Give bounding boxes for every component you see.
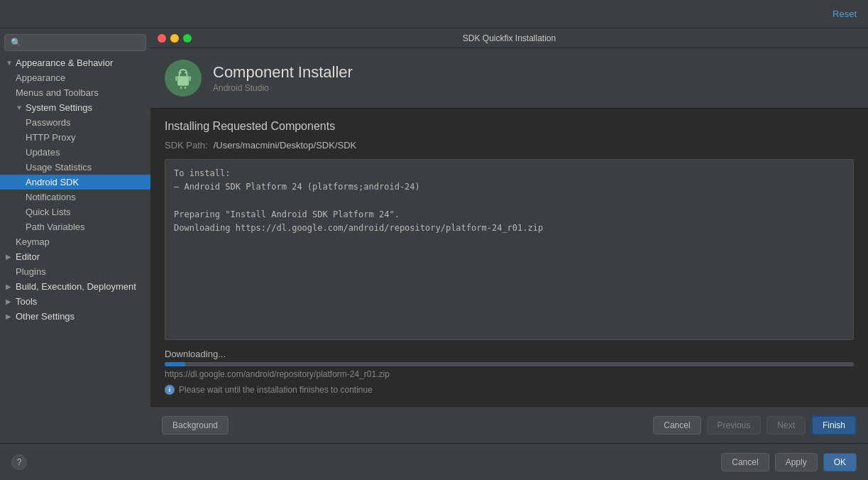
svg-rect-4: [180, 87, 182, 89]
svg-rect-2: [175, 76, 177, 81]
sidebar-item-editor[interactable]: ▶ Editor: [0, 249, 150, 264]
progress-bar-background: [165, 362, 854, 366]
progress-bar-fill: [165, 362, 185, 366]
sidebar-item-build-exec-deploy[interactable]: ▶ Build, Execution, Deployment: [0, 279, 150, 294]
sidebar-item-notifications[interactable]: Notifications: [0, 190, 150, 204]
svg-rect-3: [189, 76, 191, 81]
maximize-button-traffic[interactable]: [183, 34, 192, 43]
progress-section: Downloading... https://dl.google.com/and…: [165, 349, 854, 395]
minimize-button-traffic[interactable]: [170, 34, 179, 43]
svg-point-0: [180, 72, 182, 74]
sidebar-item-http-proxy[interactable]: HTTP Proxy: [0, 130, 150, 145]
apply-button[interactable]: Apply: [775, 453, 818, 471]
previous-button[interactable]: Previous: [707, 416, 762, 435]
progress-label: Downloading...: [165, 349, 854, 359]
progress-url: https://dl.google.com/android/repository…: [165, 369, 854, 379]
bottom-right: Cancel Apply OK: [721, 453, 857, 471]
reset-link[interactable]: Reset: [833, 9, 857, 19]
sidebar-item-keymap[interactable]: Keymap: [0, 234, 150, 249]
sidebar-item-passwords[interactable]: Passwords: [0, 115, 150, 130]
chevron-right-icon-build: ▶: [6, 283, 16, 290]
log-line: [174, 194, 845, 207]
chevron-down-icon: ▼: [6, 59, 16, 67]
close-button-traffic[interactable]: [158, 34, 166, 43]
bottom-left: ?: [11, 454, 27, 470]
dialog-titlebar: SDK Quickfix Installation: [150, 28, 868, 48]
sidebar-item-usage-statistics[interactable]: Usage Statistics: [0, 160, 150, 175]
svg-rect-5: [185, 87, 186, 89]
sidebar-item-quick-lists[interactable]: Quick Lists: [0, 204, 150, 219]
sdk-path-value: /Users/macmini/Desktop/SDK/SDK: [214, 140, 357, 151]
installer-title: Component Installer: [213, 63, 353, 82]
sdk-path-row: SDK Path: /Users/macmini/Desktop/SDK/SDK: [165, 140, 854, 151]
svg-point-1: [185, 72, 186, 74]
sidebar-item-appearance-behavior[interactable]: ▼ Appearance & Behavior: [0, 55, 150, 70]
cancel-button[interactable]: Cancel: [721, 453, 769, 471]
sidebar-item-other-settings[interactable]: ▶ Other Settings: [0, 309, 150, 324]
android-icon: [165, 60, 202, 97]
log-line: To install:: [174, 167, 845, 180]
ok-button[interactable]: OK: [823, 453, 857, 471]
dialog-title: SDK Quickfix Installation: [463, 33, 556, 43]
sidebar-item-updates[interactable]: Updates: [0, 145, 150, 160]
outer-bottombar: ? Cancel Apply OK: [0, 443, 868, 480]
sidebar: 🔍 ▼ Appearance & Behavior Appearance Men…: [0, 28, 151, 443]
chevron-down-icon-system: ▼: [16, 104, 26, 111]
chevron-right-icon-other: ▶: [6, 312, 16, 320]
sidebar-item-system-settings[interactable]: ▼ System Settings: [0, 100, 150, 115]
info-message: Please wait until the installation finis…: [179, 385, 373, 395]
sidebar-tree: ▼ Appearance & Behavior Appearance Menus…: [0, 54, 150, 325]
sidebar-item-appearance[interactable]: Appearance: [0, 70, 150, 85]
search-icon: 🔍: [11, 38, 21, 48]
log-line: Downloading https://dl.google.com/androi…: [174, 222, 845, 235]
traffic-lights: [158, 34, 192, 43]
dialog-body: Component Installer Android Studio Insta…: [150, 48, 868, 443]
footer-left: Background: [162, 416, 647, 435]
background-button[interactable]: Background: [162, 416, 229, 435]
sidebar-item-path-variables[interactable]: Path Variables: [0, 219, 150, 234]
info-icon: i: [165, 385, 175, 395]
chevron-right-icon-editor: ▶: [6, 253, 16, 261]
install-log: To install: – Android SDK Platform 24 (p…: [165, 159, 854, 340]
cancel-dialog-button[interactable]: Cancel: [653, 416, 701, 435]
sidebar-item-plugins[interactable]: Plugins: [0, 264, 150, 279]
chevron-right-icon-tools: ▶: [6, 298, 16, 305]
log-line: – Android SDK Platform 24 (platforms;and…: [174, 180, 845, 194]
dialog-footer: Background Cancel Previous Next Finish: [150, 406, 868, 443]
section-heading: Installing Requested Components: [165, 120, 854, 133]
sdk-quickfix-dialog: SDK Quickfix Installation: [150, 28, 868, 443]
sidebar-item-menus-toolbars[interactable]: Menus and Toolbars: [0, 85, 150, 100]
installer-content: Installing Requested Components SDK Path…: [150, 109, 868, 406]
log-line: Preparing "Install Android SDK Platform …: [174, 208, 845, 222]
installer-subtitle: Android Studio: [213, 83, 353, 93]
sidebar-item-tools[interactable]: ▶ Tools: [0, 294, 150, 309]
next-button[interactable]: Next: [767, 416, 806, 435]
info-row: i Please wait until the installation fin…: [165, 385, 854, 395]
sdk-path-label: SDK Path:: [165, 140, 208, 151]
footer-right: Cancel Previous Next Finish: [653, 415, 857, 435]
finish-button[interactable]: Finish: [811, 415, 857, 435]
search-bar[interactable]: 🔍: [4, 34, 146, 51]
installer-title-block: Component Installer Android Studio: [213, 63, 353, 93]
help-button[interactable]: ?: [11, 454, 27, 470]
sidebar-item-android-sdk[interactable]: Android SDK: [0, 175, 150, 190]
search-input[interactable]: [24, 38, 140, 48]
installer-header: Component Installer Android Studio: [150, 48, 868, 109]
